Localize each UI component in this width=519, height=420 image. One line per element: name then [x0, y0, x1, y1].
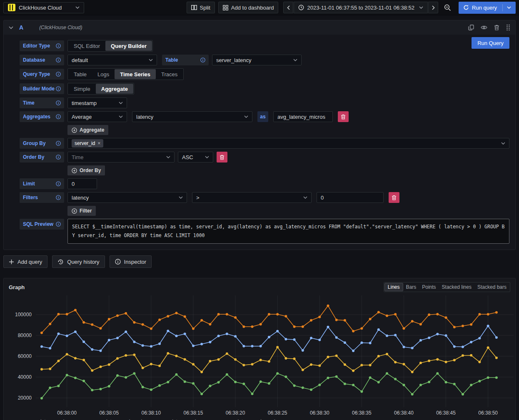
chevron-down-icon[interactable] — [507, 6, 511, 9]
data-point — [428, 313, 430, 316]
add-aggregate-button[interactable]: Aggregate — [67, 125, 108, 135]
info-icon[interactable] — [200, 58, 205, 62]
option-time-series[interactable]: Time Series — [115, 69, 156, 79]
option-points[interactable]: Points — [419, 283, 439, 291]
time-column-select[interactable]: timestamp — [67, 98, 127, 108]
option-stacked-bars[interactable]: Stacked bars — [474, 283, 509, 291]
table-select[interactable]: server_latency — [212, 55, 302, 65]
info-icon[interactable] — [56, 155, 61, 160]
run-query-inner-button[interactable]: Run Query — [472, 37, 509, 49]
data-point — [386, 372, 388, 375]
filter-field-select[interactable]: latency — [67, 192, 187, 203]
filter-operator-select[interactable]: > — [192, 192, 312, 203]
query-type-switch: TableLogsTime SeriesTraces — [67, 68, 184, 80]
query-history-button[interactable]: Query history — [52, 255, 105, 268]
option-stacked-lines[interactable]: Stacked lines — [439, 283, 474, 291]
editor-type-label: Editor Type — [20, 40, 64, 51]
group-by-chip-label: server_id — [75, 140, 95, 146]
info-icon[interactable] — [56, 114, 61, 119]
data-point — [142, 344, 144, 347]
filter-value-input[interactable]: 0 — [317, 192, 384, 203]
query-ref-id[interactable]: A — [19, 24, 23, 31]
data-point — [234, 381, 237, 383]
clickhouse-logo-icon — [8, 4, 15, 11]
order-by-field-select[interactable]: Time — [67, 152, 175, 162]
info-icon[interactable] — [56, 222, 61, 227]
data-point — [251, 363, 254, 365]
time-range-picker[interactable]: 2023-11-01 06:37:55 to 2023-11-01 06:38:… — [294, 2, 428, 13]
data-point — [91, 369, 93, 372]
info-icon[interactable] — [56, 43, 61, 48]
database-label: Database — [20, 55, 64, 65]
limit-input[interactable]: 0 — [67, 178, 97, 189]
option-sql-editor[interactable]: SQL Editor — [68, 41, 105, 51]
data-point — [276, 330, 279, 332]
chevron-down-icon — [166, 156, 170, 158]
aggregate-function-select[interactable]: Average — [67, 111, 127, 122]
info-icon[interactable] — [56, 181, 61, 186]
data-point — [495, 376, 498, 379]
query-row-header[interactable]: A (ClickHouse Cloud) — [4, 20, 515, 35]
datasource-name: ClickHouse Cloud — [19, 5, 72, 11]
row-builder-mode: Builder Mode SimpleAggregate — [20, 83, 509, 95]
data-point — [487, 325, 489, 327]
inspector-button[interactable]: Inspector — [110, 255, 152, 268]
explore-actions-row: Add query Query history Inspector — [3, 255, 516, 268]
data-point — [445, 334, 447, 337]
aggregate-column-select[interactable]: latency — [132, 111, 252, 122]
option-logs[interactable]: Logs — [92, 69, 115, 79]
x-axis-tick-label: 06:38:05 — [99, 410, 119, 416]
run-query-button[interactable]: Run query — [459, 2, 516, 14]
info-icon[interactable] — [56, 86, 61, 91]
duplicate-query-icon[interactable] — [468, 25, 474, 30]
remove-order-by-button[interactable] — [217, 152, 227, 162]
info-icon[interactable] — [56, 100, 61, 105]
datasource-picker[interactable]: ClickHouse Cloud — [3, 2, 84, 13]
data-point — [462, 346, 464, 348]
group-by-multiselect[interactable]: server_id × — [67, 138, 509, 149]
time-shift-back-button[interactable] — [283, 2, 293, 13]
data-point — [242, 382, 245, 385]
add-query-button[interactable]: Add query — [3, 255, 47, 268]
add-to-dashboard-button[interactable]: Add to dashboard — [218, 2, 279, 13]
info-icon[interactable] — [56, 72, 61, 77]
collapse-chevron-icon[interactable] — [9, 26, 13, 29]
hide-query-eye-icon[interactable] — [481, 25, 487, 30]
option-bars[interactable]: Bars — [403, 283, 419, 291]
zoom-out-button[interactable] — [442, 2, 454, 13]
delete-query-trash-icon[interactable] — [494, 25, 499, 30]
group-by-chip[interactable]: server_id × — [72, 139, 103, 148]
remove-aggregate-button[interactable] — [338, 111, 349, 122]
drag-handle-icon[interactable] — [506, 24, 510, 31]
add-order-by-button[interactable]: Order By — [67, 165, 105, 175]
option-aggregate[interactable]: Aggregate — [96, 84, 133, 94]
data-point — [419, 362, 422, 364]
info-icon[interactable] — [56, 58, 61, 62]
add-filter-button[interactable]: Filter — [67, 206, 96, 216]
info-icon[interactable] — [56, 141, 61, 146]
option-traces[interactable]: Traces — [156, 69, 183, 79]
remove-filter-button[interactable] — [389, 192, 399, 203]
time-shift-forward-button[interactable] — [428, 2, 438, 13]
info-icon[interactable] — [56, 195, 61, 200]
sql-preview-text[interactable]: SELECT $__timeInterval(timestamp) as tim… — [67, 219, 509, 244]
row-add-order-by: Order By — [20, 165, 509, 175]
table-value: server_latency — [216, 57, 252, 63]
data-point — [217, 335, 220, 337]
history-icon — [57, 259, 64, 265]
option-table[interactable]: Table — [68, 69, 92, 79]
remove-chip-icon[interactable]: × — [97, 140, 100, 146]
option-query-builder[interactable]: Query Builder — [105, 41, 152, 51]
chevron-down-icon — [303, 196, 307, 199]
time-series-chart[interactable]: 06:38:0006:38:0506:38:1006:38:1506:38:20… — [4, 293, 515, 418]
split-button[interactable]: Split — [187, 2, 215, 13]
data-point — [268, 382, 270, 385]
data-point — [167, 381, 169, 383]
alias-input[interactable]: avg_latency_micros — [273, 111, 333, 122]
option-lines[interactable]: Lines — [384, 283, 403, 291]
option-simple[interactable]: Simple — [68, 84, 96, 94]
data-point — [66, 374, 68, 376]
editor-type-switch: SQL EditorQuery Builder — [67, 40, 153, 52]
order-direction-select[interactable]: ASC — [178, 152, 213, 162]
database-select[interactable]: default — [67, 55, 157, 65]
